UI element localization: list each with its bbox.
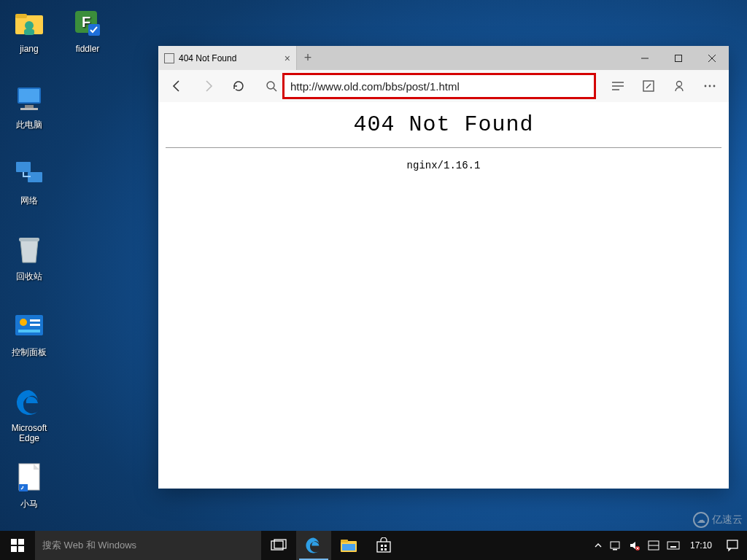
tab-bar: 404 Not Found × + (158, 46, 729, 70)
svg-rect-18 (18, 330, 40, 332)
svg-rect-1 (15, 14, 27, 18)
svg-rect-42 (384, 545, 387, 547)
watermark: ☁ 亿速云 (693, 512, 743, 528)
svg-rect-41 (381, 545, 383, 547)
svg-rect-45 (611, 542, 619, 548)
desktop-icon-recycle-bin[interactable]: 回收站 (1, 233, 57, 281)
shortcut-file-icon (12, 461, 47, 496)
action-center-button[interactable] (718, 531, 747, 560)
web-note-button[interactable] (634, 71, 663, 101)
svg-rect-40 (377, 542, 390, 552)
this-pc-icon (12, 82, 47, 117)
error-heading: 404 Not Found (166, 112, 721, 137)
recycle-bin-icon (12, 233, 47, 268)
svg-point-33 (709, 85, 711, 88)
page-content: 404 Not Found nginx/1.16.1 (158, 102, 729, 176)
new-tab-button[interactable]: + (297, 46, 319, 70)
svg-point-32 (705, 85, 707, 88)
task-view-button[interactable] (261, 531, 296, 560)
search-placeholder: 搜索 Web 和 Windows (42, 539, 136, 552)
address-bar[interactable]: http://www.old.com/bbs/post/1.html (282, 73, 596, 99)
icon-label: 控制面板 (1, 347, 57, 357)
desktop-icon-network[interactable]: 网络 (1, 158, 57, 206)
desktop-icon-jiang[interactable]: jiang (1, 6, 57, 54)
svg-point-2 (25, 21, 34, 30)
desktop-icon-control-panel[interactable]: 控制面板 (1, 309, 57, 357)
ime-tray-icon[interactable] (648, 540, 659, 551)
svg-rect-43 (381, 548, 383, 551)
divider (166, 147, 721, 148)
url-text: http://www.old.com/bbs/post/1.html (290, 80, 460, 93)
svg-point-34 (713, 85, 716, 88)
icon-label: jiang (1, 44, 57, 54)
svg-rect-10 (20, 108, 38, 110)
search-icon[interactable] (260, 80, 282, 92)
windows-logo-icon (11, 539, 24, 552)
taskbar-search[interactable]: 搜索 Web 和 Windows (35, 531, 261, 560)
svg-rect-52 (667, 542, 679, 549)
svg-rect-39 (342, 544, 355, 551)
back-button[interactable] (163, 71, 192, 101)
control-panel-icon (12, 309, 47, 344)
desktop-icon-this-pc[interactable]: 此电脑 (1, 82, 57, 130)
server-info: nginx/1.16.1 (166, 160, 721, 171)
icon-label: fiddler (60, 44, 115, 54)
browser-tab[interactable]: 404 Not Found × (158, 46, 297, 70)
user-folder-icon (12, 6, 47, 41)
taskbar-app-explorer[interactable] (331, 531, 366, 560)
icon-label: 网络 (1, 195, 57, 206)
svg-rect-46 (613, 549, 617, 551)
svg-rect-16 (30, 319, 40, 322)
svg-rect-13 (19, 238, 39, 241)
svg-rect-8 (19, 89, 39, 102)
window-maximize-button[interactable] (662, 46, 695, 70)
reading-view-button[interactable] (603, 71, 632, 101)
browser-window: 404 Not Found × + http://www.old.com/bbs… (158, 46, 729, 489)
svg-point-15 (20, 319, 27, 326)
icon-label: Microsoft Edge (1, 423, 57, 443)
taskbar-app-store[interactable] (366, 531, 401, 560)
fiddler-icon: F (70, 6, 105, 41)
system-tray: 17:10 (591, 531, 718, 560)
svg-rect-38 (341, 540, 348, 542)
network-icon (12, 158, 47, 192)
svg-rect-17 (30, 324, 40, 326)
network-tray-icon[interactable] (610, 540, 622, 551)
window-minimize-button[interactable] (628, 46, 662, 70)
svg-rect-57 (727, 540, 738, 548)
svg-rect-44 (384, 548, 387, 551)
tab-close-icon[interactable]: × (285, 52, 290, 64)
desktop-icon-xiaoma[interactable]: 小马 (1, 461, 57, 509)
volume-tray-icon[interactable] (629, 540, 640, 551)
watermark-text: 亿速云 (712, 513, 743, 526)
desktop-icon-fiddler[interactable]: F fiddler (60, 6, 115, 54)
taskbar-app-edge[interactable] (296, 531, 331, 560)
svg-line-26 (274, 88, 276, 91)
cloud-icon: ☁ (693, 512, 709, 528)
forward-button[interactable] (193, 71, 222, 101)
icon-label: 小马 (1, 499, 57, 509)
taskbar-clock[interactable]: 17:10 (687, 541, 715, 551)
icon-label: 此电脑 (1, 120, 57, 130)
window-close-button[interactable] (695, 46, 729, 70)
svg-point-25 (267, 82, 274, 89)
start-button[interactable] (0, 531, 35, 560)
taskbar: 搜索 Web 和 Windows 17:10 (0, 531, 747, 560)
page-icon (164, 53, 174, 63)
edge-icon (12, 385, 47, 420)
svg-rect-9 (25, 105, 34, 108)
clock-time: 17:10 (690, 541, 712, 551)
svg-rect-11 (16, 162, 31, 172)
more-button[interactable] (695, 71, 724, 101)
tray-chevron-icon[interactable] (594, 541, 603, 550)
desktop-icon-edge[interactable]: Microsoft Edge (1, 385, 57, 443)
icon-label: 回收站 (1, 271, 57, 281)
svg-point-31 (677, 82, 682, 87)
svg-rect-3 (24, 29, 34, 35)
refresh-button[interactable] (224, 71, 253, 101)
browser-toolbar: http://www.old.com/bbs/post/1.html (158, 70, 729, 102)
svg-rect-22 (676, 55, 682, 61)
tab-title: 404 Not Found (179, 53, 236, 63)
keyboard-tray-icon[interactable] (667, 541, 680, 550)
share-button[interactable] (665, 71, 694, 101)
